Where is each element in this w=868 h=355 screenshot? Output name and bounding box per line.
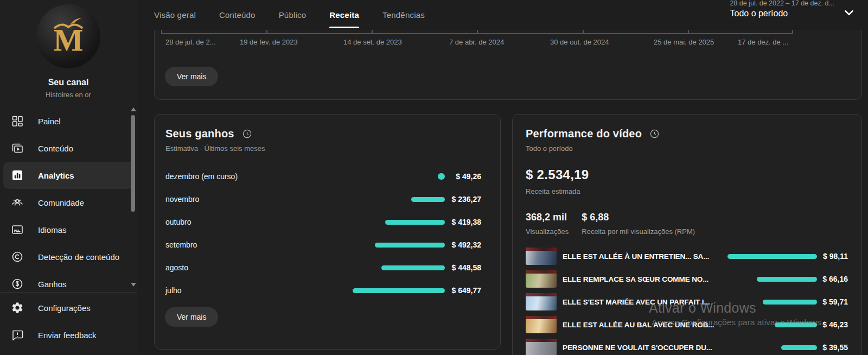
earnings-card: Seus ganhos Estimativa · Últimos seis me…: [154, 114, 501, 350]
timeline-label: 7 de abr. de 2024: [449, 38, 504, 46]
tab-tendencias[interactable]: Tendências: [382, 0, 425, 30]
earnings-row: dezembro (em curso) $ 49,26: [165, 168, 481, 185]
timeline-label: 17 de dez. de ...: [738, 38, 788, 46]
video-thumbnail[interactable]: [526, 339, 557, 355]
month-label: setembro: [165, 240, 347, 249]
channel-subtitle: Histoires en or: [0, 91, 137, 99]
video-row[interactable]: ELLE S'EST MARIÉE AVEC UN PARFAIT I... $…: [526, 293, 848, 310]
earnings-bar: [375, 243, 445, 248]
timeline-card: 28 de jul. de 2... 19 de fev. de 2023 14…: [154, 30, 862, 100]
rpm-stat: $ 6,88 Receita por mil visualizações (RP…: [582, 212, 695, 236]
channel-avatar[interactable]: M: [36, 4, 100, 68]
timeline-axis: [161, 33, 793, 34]
earnings-icon: [11, 277, 24, 290]
estimated-revenue-value: $ 2.534,19: [526, 167, 848, 182]
see-more-button[interactable]: Ver mais: [165, 307, 218, 327]
dashboard-icon: [11, 115, 24, 128]
scroll-up-arrow-icon[interactable]: [131, 107, 136, 111]
video-row[interactable]: PERSONNE NE VOULAIT S'OCCUPER DU... $ 39…: [526, 339, 848, 355]
video-row[interactable]: ELLE EST ALLÉE À UN ENTRETIEN... SA... $…: [526, 248, 848, 265]
sidebar-item-label: Comunidade: [38, 198, 84, 207]
community-icon: [11, 196, 24, 209]
sidebar-item-comunidade[interactable]: Comunidade: [3, 189, 134, 216]
views-label: Visualizações: [526, 227, 569, 236]
date-period-text: Todo o período: [730, 9, 834, 18]
timeline-label: 28 de jul. de 2...: [165, 38, 216, 46]
date-range-text: 28 de jul. de 2022 – 17 de dez. d...: [730, 0, 834, 7]
sidebar-item-idiomas[interactable]: Idiomas: [3, 216, 134, 243]
date-range-filter[interactable]: 28 de jul. de 2022 – 17 de dez. d... Tod…: [730, 0, 856, 18]
earnings-rows: dezembro (em curso) $ 49,26 novembro $ 2…: [165, 168, 481, 299]
analytics-tabs: Visão geral Conteúdo Público Receita Ten…: [154, 0, 425, 30]
sidebar-scrollbar[interactable]: [130, 106, 136, 291]
earnings-row: setembro $ 492,32: [165, 237, 481, 253]
earnings-row: novembro $ 236,27: [165, 191, 481, 207]
month-label: dezembro (em curso): [165, 172, 347, 181]
sidebar-footer: Configurações Enviar feedback: [0, 294, 137, 348]
sidebar-item-conteudo[interactable]: Conteúdo: [3, 135, 134, 162]
sidebar-divider: [0, 292, 137, 293]
video-revenue-value: $ 39,55: [817, 343, 848, 352]
sidebar-item-label: Painel: [38, 117, 61, 126]
content-icon: [11, 142, 24, 155]
main-content: Visão geral Conteúdo Público Receita Ten…: [138, 0, 868, 355]
sidebar-item-enviar-feedback[interactable]: Enviar feedback: [3, 321, 134, 348]
sidebar-item-label: Enviar feedback: [38, 331, 97, 340]
scroll-down-arrow-icon[interactable]: [131, 283, 136, 287]
video-revenue-bar: [757, 277, 817, 282]
channel-block: M Seu canal Histoires en or: [0, 0, 137, 99]
video-revenue-bar: [763, 300, 817, 305]
timeline-label: 25 de mai. de 2025: [654, 38, 714, 46]
sidebar-item-painel[interactable]: Painel: [3, 107, 134, 135]
tab-visao-geral[interactable]: Visão geral: [154, 0, 196, 30]
video-thumbnail[interactable]: [526, 270, 557, 288]
earnings-row: agosto $ 448,58: [165, 259, 481, 276]
earnings-card-title: Seus ganhos: [165, 128, 234, 140]
sidebar-item-analytics[interactable]: Analytics: [3, 162, 134, 189]
channel-name: Seu canal: [0, 78, 137, 87]
views-stat: 368,2 mil Visualizações: [526, 212, 569, 236]
sidebar-item-deteccao-de-conteudo[interactable]: Detecção de conteúdo: [3, 243, 134, 270]
sidebar-menu: Painel Conteúdo Analytics: [0, 107, 137, 292]
tab-publico[interactable]: Público: [279, 0, 307, 30]
earnings-bar: [385, 220, 445, 225]
video-revenue-value: $ 59,71: [817, 297, 848, 306]
earnings-row: outubro $ 419,38: [165, 214, 481, 230]
tab-conteudo[interactable]: Conteúdo: [219, 0, 256, 30]
month-label: outubro: [165, 218, 347, 226]
sidebar-item-label: Detecção de conteúdo: [38, 252, 119, 262]
sidebar: M Seu canal Histoires en or Painel Conte…: [0, 0, 137, 355]
clock-icon: [649, 129, 660, 139]
video-list: ELLE EST ALLÉE À UN ENTRETIEN... SA... $…: [526, 248, 848, 355]
video-revenue-bar: [781, 345, 817, 350]
video-title: PERSONNE NE VOULAIT S'OCCUPER DU...: [563, 344, 725, 352]
video-thumbnail[interactable]: [526, 293, 557, 310]
video-title: ELLE S'EST MARIÉE AVEC UN PARFAIT I...: [563, 298, 725, 306]
sidebar-item-label: Idiomas: [38, 225, 67, 234]
video-thumbnail[interactable]: [526, 248, 557, 265]
video-row[interactable]: ELLE REMPLACE SA SŒUR COMME NO... $ 66,1…: [526, 270, 848, 288]
video-revenue-value: $ 98,11: [817, 252, 848, 261]
earnings-value: $ 649,77: [445, 286, 481, 295]
video-thumbnail[interactable]: [526, 316, 557, 333]
video-title: ELLE EST ALLÉE À UN ENTRETIEN... SA...: [563, 252, 725, 261]
estimated-revenue-label: Receita estimada: [526, 187, 848, 195]
earnings-value: $ 419,38: [445, 218, 481, 226]
sidebar-item-label: Conteúdo: [38, 144, 73, 153]
scrollbar-thumb[interactable]: [131, 115, 135, 212]
sidebar-item-label: Analytics: [38, 171, 74, 180]
clock-icon: [242, 129, 252, 139]
analytics-icon: [11, 169, 24, 182]
see-more-button[interactable]: Ver mais: [165, 67, 218, 86]
sidebar-item-configuracoes[interactable]: Configurações: [3, 294, 134, 321]
sidebar-item-ganhos[interactable]: Ganhos: [3, 270, 134, 292]
video-revenue-value: $ 46,23: [817, 320, 848, 329]
rpm-label: Receita por mil visualizações (RPM): [582, 227, 695, 236]
tab-receita[interactable]: Receita: [329, 0, 359, 30]
analytics-header: Visão geral Conteúdo Público Receita Ten…: [138, 0, 868, 30]
video-performance-card: Performance do vídeo Todo o período $ 2.…: [512, 114, 862, 355]
month-label: agosto: [165, 263, 347, 272]
earnings-bar: [353, 288, 445, 293]
performance-card-title: Performance do vídeo: [526, 128, 642, 140]
video-row[interactable]: ELLE EST ALLÉE AU BAL AVEC UNE ROB... $ …: [526, 316, 848, 333]
